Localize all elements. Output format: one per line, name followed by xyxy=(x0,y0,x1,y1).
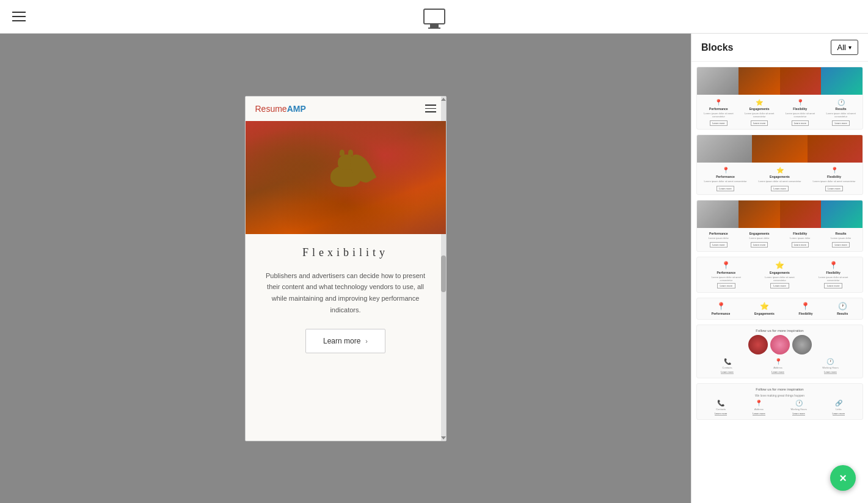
squirrel-illustration xyxy=(330,166,361,187)
learn-more-button[interactable]: Learn more › xyxy=(305,329,385,353)
blocks-list: 📍 Performance Lorem ipsum dolor sit amet… xyxy=(691,62,868,503)
block-4icons-row: 📍 Performance ⭐ Engagements 📍 Flexibilit… xyxy=(697,298,863,319)
location-icon-5: 📍 xyxy=(721,261,731,270)
clock-icon-4: 🕐 xyxy=(795,400,803,406)
follow-clock-col-2: 🕐 Working Hours Learn more xyxy=(790,400,806,416)
location-icon-7: 📍 xyxy=(717,302,726,310)
block-3col-images xyxy=(697,135,863,163)
mobile-hamburger[interactable] xyxy=(425,105,436,112)
block-col-results: 🕐 Results Lorem ipsum dolor sit amet con… xyxy=(820,97,861,128)
menu-button[interactable] xyxy=(12,12,26,21)
mobile-hero-image xyxy=(246,121,446,234)
follow-icons-row-2: 📞 Contacts Learn more 📍 Address Learn mo… xyxy=(702,400,858,416)
block-4icon-perf: 📍 Performance xyxy=(712,302,731,315)
right-panel: Blocks All ▾ 📍 Performance xyxy=(691,34,868,503)
follow-subtitle: We love making great things happen xyxy=(702,394,858,397)
arrow-right-icon: › xyxy=(365,337,368,345)
follow-icons-row: 📞 Contacts Learn more 📍 Address Learn mo… xyxy=(702,358,858,374)
follow-location-col-2: 📍 Address Learn more xyxy=(753,400,765,416)
location-icon-9: 📍 xyxy=(775,358,782,365)
filter-all-button[interactable]: All ▾ xyxy=(831,40,858,55)
block-card-3[interactable]: Performance Lorem ipsum dolor Learn more… xyxy=(696,200,863,252)
block-thumb-8 xyxy=(821,200,863,228)
follow-img-1 xyxy=(748,335,768,354)
location-icon-4: 📍 xyxy=(831,167,838,174)
block-3col-flexibility: 📍 Flexibility Lorem ipsum dolor sit amet… xyxy=(807,165,861,193)
block-card-1[interactable]: 📍 Performance Lorem ipsum dolor sit amet… xyxy=(696,67,863,130)
location-icon-8: 📍 xyxy=(801,302,810,310)
location-icon-10: 📍 xyxy=(755,400,762,406)
block-thumb-1 xyxy=(697,67,739,95)
monitor-view-icon[interactable] xyxy=(423,9,445,24)
star-icon: ⭐ xyxy=(756,99,763,106)
follow-img-2 xyxy=(770,335,790,354)
clock-icon-2: 🕐 xyxy=(838,302,847,310)
location-icon-2: 📍 xyxy=(797,99,804,106)
learn-more-label: Learn more xyxy=(323,337,360,345)
link-icon: 🔗 xyxy=(835,400,842,406)
follow-images xyxy=(702,335,858,354)
mobile-nav: ResumeAMP xyxy=(246,97,446,121)
close-icon: × xyxy=(839,471,847,485)
filter-label: All xyxy=(837,43,846,52)
location-icon-3: 📍 xyxy=(722,167,729,174)
block-card-2[interactable]: 📍 Performance Lorem ipsum dolor sit amet… xyxy=(696,134,863,194)
block-follow-content-2: Follow us for more inspiration We love m… xyxy=(697,384,863,419)
star-icon-4: ⭐ xyxy=(760,302,769,310)
follow-img-3 xyxy=(792,335,812,354)
location-icon: 📍 xyxy=(715,99,722,106)
phone-icon: 📞 xyxy=(724,358,731,365)
star-icon-2: ⭐ xyxy=(776,167,784,174)
block-3col-thumb-3 xyxy=(808,135,863,163)
block-thumb-2 xyxy=(739,67,780,95)
location-icon-6: 📍 xyxy=(829,261,838,270)
logo-resume: Resume xyxy=(255,104,287,114)
block-perf-col: 📍 Performance Lorem ipsum dolor sit amet… xyxy=(708,261,745,288)
block-images-row xyxy=(697,67,863,95)
block-thumb-7 xyxy=(780,200,822,228)
block-card-6[interactable]: Follow us for more inspiration 📞 Contact… xyxy=(696,325,863,378)
block-card-4[interactable]: 📍 Performance Lorem ipsum dolor sit amet… xyxy=(696,257,863,293)
mobile-content: Flexibility Publishers and advertisers c… xyxy=(246,234,446,441)
block-c3-eng: Engagements Lorem ipsum dolor Learn more xyxy=(739,230,780,249)
main-area: ResumeAMP xyxy=(0,34,868,503)
block-eng-col: ⭐ Engagements Lorem ipsum dolor sit amet… xyxy=(761,261,798,288)
follow-title-2: Follow us for more inspiration xyxy=(702,387,858,391)
mobile-logo: ResumeAMP xyxy=(255,104,306,114)
follow-phone-col: 📞 Contacts Learn more xyxy=(721,358,733,374)
block-4icon-res: 🕐 Results xyxy=(837,302,848,315)
follow-title: Follow us for more inspiration xyxy=(702,329,858,332)
panel-header: Blocks All ▾ xyxy=(691,34,868,62)
mobile-section-description: Publishers and advertisers can decide ho… xyxy=(264,270,428,316)
follow-link-col: 🔗 Links Learn more xyxy=(833,400,845,416)
clock-icon-3: 🕐 xyxy=(826,358,834,365)
block-3col-icons: 📍 Performance Lorem ipsum dolor sit amet… xyxy=(697,163,863,194)
block-thumb-6 xyxy=(739,200,780,228)
block-card3-labels: Performance Lorem ipsum dolor Learn more… xyxy=(697,228,863,251)
clock-icon: 🕐 xyxy=(837,99,845,106)
phone-icon-2: 📞 xyxy=(717,400,724,406)
block-images-row-2 xyxy=(697,200,863,228)
close-button[interactable]: × xyxy=(830,465,856,491)
canvas-area: ResumeAMP xyxy=(0,34,691,503)
block-c3-perf: Performance Lorem ipsum dolor Learn more xyxy=(698,230,739,249)
block-3col-performance: 📍 Performance Lorem ipsum dolor sit amet… xyxy=(698,165,753,193)
block-4icon-flex: 📍 Flexibility xyxy=(798,302,812,315)
block-col-performance: 📍 Performance Lorem ipsum dolor sit amet… xyxy=(698,97,739,128)
block-follow-content: Follow us for more inspiration 📞 Contact… xyxy=(697,325,863,378)
block-col-engagements: ⭐ Engagements Lorem ipsum dolor sit amet… xyxy=(739,97,780,128)
block-4icon-eng: ⭐ Engagements xyxy=(754,302,775,315)
mobile-preview: ResumeAMP xyxy=(245,96,447,441)
block-3col-thumb-2 xyxy=(752,135,807,163)
chevron-down-icon: ▾ xyxy=(848,44,852,51)
block-card-7[interactable]: Follow us for more inspiration We love m… xyxy=(696,383,863,420)
block-flex-col: 📍 Flexibility Lorem ipsum dolor sit amet… xyxy=(815,261,852,288)
top-bar xyxy=(0,0,868,34)
block-3col-engagements: ⭐ Engagements Lorem ipsum dolor sit amet… xyxy=(753,165,807,193)
block-3icons-row: 📍 Performance Lorem ipsum dolor sit amet… xyxy=(697,257,863,292)
block-c3-res: Results Lorem ipsum dolor Learn more xyxy=(820,230,861,249)
block-icons-row: 📍 Performance Lorem ipsum dolor sit amet… xyxy=(697,95,863,129)
mobile-section-title: Flexibility xyxy=(264,246,428,259)
block-thumb-4 xyxy=(821,67,863,95)
block-card-5[interactable]: 📍 Performance ⭐ Engagements 📍 Flexibilit… xyxy=(696,298,863,320)
